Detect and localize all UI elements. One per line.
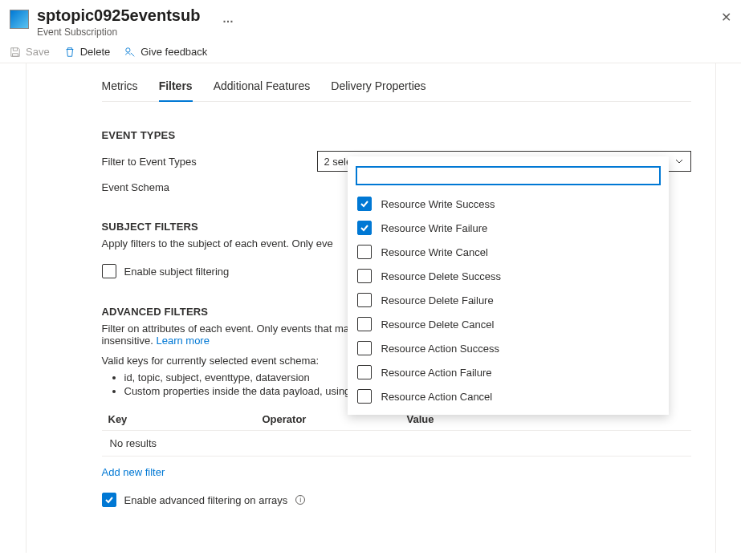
option-label: Resource Write Failure <box>381 222 488 234</box>
tabs: Metrics Filters Additional Features Deli… <box>102 63 691 102</box>
close-button[interactable]: ✕ <box>715 6 738 28</box>
chevron-down-icon <box>674 156 684 166</box>
resource-icon <box>10 10 29 29</box>
save-icon <box>10 47 21 58</box>
feedback-button[interactable]: Give feedback <box>124 46 207 58</box>
checkbox-icon <box>357 293 372 307</box>
filter-event-types-label: Filter to Event Types <box>102 156 317 168</box>
dropdown-search-input[interactable] <box>356 166 661 185</box>
save-label: Save <box>26 46 50 58</box>
event-types-title: EVENT TYPES <box>102 129 691 141</box>
checkbox-icon <box>357 197 372 211</box>
enable-advanced-filtering-arrays-checkbox[interactable]: Enable advanced filtering on arrays i <box>102 493 691 507</box>
trash-icon <box>64 47 75 58</box>
feedback-label: Give feedback <box>140 46 207 58</box>
checkbox-icon <box>357 317 372 331</box>
info-icon[interactable]: i <box>295 495 305 505</box>
event-types-dropdown-panel: Resource Write SuccessResource Write Fai… <box>348 156 669 415</box>
delete-label: Delete <box>80 46 111 58</box>
dropdown-option[interactable]: Resource Delete Cancel <box>348 312 669 336</box>
checkbox-icon <box>102 493 116 507</box>
col-value: Value <box>407 413 685 425</box>
toolbar: Save Delete Give feedback <box>0 41 741 63</box>
tab-metrics[interactable]: Metrics <box>102 73 138 102</box>
checkbox-icon <box>357 221 372 235</box>
dropdown-option[interactable]: Resource Delete Success <box>348 264 669 288</box>
option-label: Resource Write Cancel <box>381 246 488 258</box>
dropdown-option[interactable]: Resource Write Cancel <box>348 240 669 264</box>
header: sptopic0925eventsub … Event Subscription… <box>0 0 741 41</box>
tab-filters[interactable]: Filters <box>159 73 193 102</box>
tab-delivery-properties[interactable]: Delivery Properties <box>331 73 425 102</box>
page-title: sptopic0925eventsub <box>37 6 200 24</box>
content-area: Metrics Filters Additional Features Deli… <box>26 63 716 553</box>
checkbox-icon <box>102 264 116 278</box>
option-label: Resource Delete Failure <box>381 294 494 306</box>
learn-more-link[interactable]: Learn more <box>156 335 209 347</box>
tab-additional-features[interactable]: Additional Features <box>214 73 311 102</box>
dropdown-option[interactable]: Resource Action Cancel <box>348 384 669 408</box>
dropdown-option[interactable]: Resource Write Failure <box>348 216 669 240</box>
save-button: Save <box>10 46 50 58</box>
option-label: Resource Write Success <box>381 198 495 210</box>
option-label: Resource Action Failure <box>381 367 492 379</box>
enable-arrays-label: Enable advanced filtering on arrays <box>124 494 288 506</box>
title-block: sptopic0925eventsub … Event Subscription <box>37 6 731 38</box>
option-label: Resource Delete Cancel <box>381 319 495 331</box>
add-new-filter-link[interactable]: Add new filter <box>102 466 691 478</box>
option-label: Resource Action Cancel <box>381 391 493 403</box>
more-actions-button[interactable]: … <box>222 12 234 25</box>
checkbox-icon <box>357 269 372 283</box>
enable-subject-filtering-label: Enable subject filtering <box>124 266 230 278</box>
checkbox-icon <box>357 389 372 404</box>
dropdown-option[interactable]: Resource Delete Failure <box>348 288 669 312</box>
col-key: Key <box>108 413 263 425</box>
checkbox-icon <box>357 341 372 355</box>
option-label: Resource Delete Success <box>381 270 502 282</box>
checkbox-icon <box>357 245 372 259</box>
dropdown-option[interactable]: Resource Action Success <box>348 336 669 360</box>
feedback-icon <box>124 47 136 58</box>
checkbox-icon <box>357 365 372 379</box>
no-results-row: No results <box>102 431 691 457</box>
option-label: Resource Action Success <box>381 343 499 355</box>
delete-button[interactable]: Delete <box>64 46 111 58</box>
svg-point-0 <box>126 47 130 51</box>
event-schema-label: Event Schema <box>102 181 317 193</box>
page-subtitle: Event Subscription <box>37 26 731 38</box>
dropdown-option[interactable]: Resource Write Success <box>348 192 669 216</box>
dropdown-option[interactable]: Resource Action Failure <box>348 360 669 384</box>
col-operator: Operator <box>263 413 407 425</box>
